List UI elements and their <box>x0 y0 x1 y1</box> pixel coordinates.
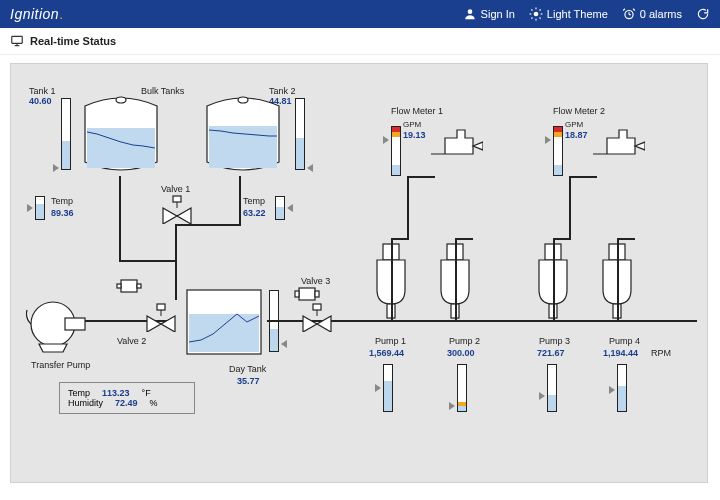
temp1-bar[interactable] <box>35 196 45 220</box>
pump2-bar[interactable] <box>457 364 467 412</box>
sun-icon <box>529 7 543 21</box>
flow1-label: Flow Meter 1 <box>391 106 443 116</box>
svg-rect-33 <box>299 288 315 300</box>
temp1-label: Temp <box>51 196 73 206</box>
pump2-value: 300.00 <box>447 348 475 358</box>
pump4-label: Pump 4 <box>609 336 640 346</box>
flow-meter-2-icon <box>587 124 645 164</box>
svg-rect-15 <box>12 36 23 43</box>
flow2-label: Flow Meter 2 <box>553 106 605 116</box>
svg-point-1 <box>534 12 539 17</box>
user-icon <box>463 7 477 21</box>
pump4-bar[interactable] <box>617 364 627 412</box>
temp2-label: Temp <box>243 196 265 206</box>
alarms-button[interactable]: 0 alarms <box>622 7 682 21</box>
marker-icon <box>53 164 59 172</box>
temp2-bar[interactable] <box>275 196 285 220</box>
tank2-level-gauge[interactable] <box>295 98 305 170</box>
pump3-bar[interactable] <box>547 364 557 412</box>
svg-point-0 <box>467 9 472 14</box>
marker-icon <box>449 402 455 410</box>
tank2[interactable] <box>197 88 289 180</box>
brand-logo: Ignition. <box>10 6 64 22</box>
valve2[interactable] <box>145 302 177 332</box>
marker-icon <box>545 136 551 144</box>
pump1-label: Pump 1 <box>375 336 406 346</box>
temp1-value: 89.36 <box>51 208 74 218</box>
valve1-label: Valve 1 <box>161 184 190 194</box>
valve3-label: Valve 3 <box>301 276 330 286</box>
svg-rect-20 <box>209 126 277 168</box>
flow2-gpm-label: GPM <box>565 120 583 129</box>
marker-icon <box>375 384 381 392</box>
svg-rect-32 <box>189 314 259 352</box>
refresh-icon <box>696 7 710 21</box>
flow2-gauge[interactable] <box>553 126 563 176</box>
svg-rect-34 <box>295 291 299 297</box>
ambient-temp-unit: °F <box>142 388 151 398</box>
ambient-hum-unit: % <box>150 398 158 408</box>
marker-icon <box>281 340 287 348</box>
flow-meter-1-icon <box>425 124 483 164</box>
ambient-hum-value: 72.49 <box>115 398 138 408</box>
svg-line-14 <box>633 9 635 11</box>
pump2-label: Pump 2 <box>449 336 480 346</box>
flow1-gauge[interactable] <box>391 126 401 176</box>
tank1-label: Tank 1 <box>29 86 56 96</box>
actuator-icon <box>115 276 143 298</box>
ambient-temp-label: Temp <box>68 388 90 398</box>
day-tank[interactable] <box>181 284 267 360</box>
refresh-button[interactable] <box>696 7 710 21</box>
ambient-temp-value: 113.23 <box>102 388 130 398</box>
marker-icon <box>609 386 615 394</box>
alarms-label: 0 alarms <box>640 8 682 20</box>
page-subheader: Real-time Status <box>0 28 720 55</box>
transfer-pump-label: Transfer Pump <box>31 360 90 370</box>
svg-rect-25 <box>65 318 85 330</box>
valve2-label: Valve 2 <box>117 336 146 346</box>
svg-rect-28 <box>137 284 141 288</box>
marker-icon <box>287 204 293 212</box>
valve3[interactable] <box>301 302 333 332</box>
svg-line-7 <box>539 18 540 19</box>
theme-label: Light Theme <box>547 8 608 20</box>
ambient-readout: Temp113.23°F Humidity72.49% <box>59 382 195 414</box>
svg-rect-22 <box>173 196 181 202</box>
svg-rect-35 <box>315 291 319 297</box>
tank1[interactable] <box>75 88 167 180</box>
marker-icon <box>539 392 545 400</box>
day-tank-value: 35.77 <box>237 376 260 386</box>
ambient-hum-label: Humidity <box>68 398 103 408</box>
tank1-value: 40.60 <box>29 96 52 106</box>
pump1-value: 1,569.44 <box>369 348 404 358</box>
svg-line-6 <box>531 9 532 10</box>
sign-in-label: Sign In <box>481 8 515 20</box>
tank1-level-gauge[interactable] <box>61 98 71 170</box>
svg-line-8 <box>531 18 532 19</box>
svg-rect-27 <box>117 284 121 288</box>
day-tank-label: Day Tank <box>229 364 266 374</box>
theme-toggle[interactable]: Light Theme <box>529 7 608 21</box>
flow1-value: 19.13 <box>403 130 426 140</box>
page-title: Real-time Status <box>30 35 116 47</box>
marker-icon <box>307 164 313 172</box>
top-bar: Ignition. Sign In Light Theme 0 alarms <box>0 0 720 28</box>
pump4-value: 1,194.44 <box>603 348 638 358</box>
svg-point-21 <box>238 97 248 103</box>
valve1[interactable] <box>161 194 193 224</box>
scada-canvas: Tank 1 40.60 Bulk Tanks Tank 2 44.81 Tem… <box>10 63 708 483</box>
svg-line-9 <box>539 9 540 10</box>
flow2-value: 18.87 <box>565 130 588 140</box>
marker-icon <box>27 204 33 212</box>
pump3-value: 721.67 <box>537 348 565 358</box>
transfer-pump[interactable] <box>25 296 87 354</box>
svg-rect-36 <box>313 304 321 310</box>
marker-icon <box>383 136 389 144</box>
svg-point-19 <box>116 97 126 103</box>
svg-line-13 <box>623 9 625 11</box>
pump1-bar[interactable] <box>383 364 393 412</box>
alarm-icon <box>622 7 636 21</box>
flow1-gpm-label: GPM <box>403 120 421 129</box>
sign-in-button[interactable]: Sign In <box>463 7 515 21</box>
pump4-unit: RPM <box>651 348 671 358</box>
